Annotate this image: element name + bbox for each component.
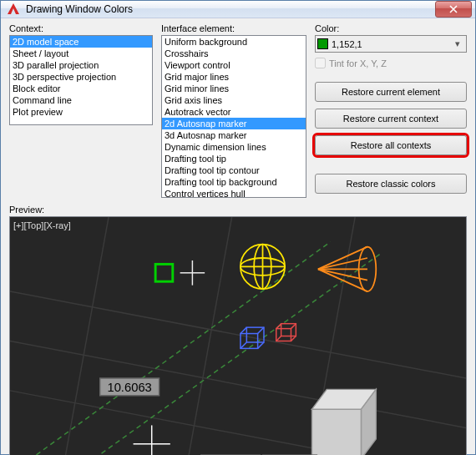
tint-row: Tint for X, Y, Z [315, 58, 467, 68]
interface-item[interactable]: Grid axis lines [162, 94, 306, 106]
interface-item[interactable]: Uniform background [162, 36, 306, 48]
interface-listbox[interactable]: Uniform backgroundCrosshairsViewport con… [161, 35, 306, 198]
svg-rect-0 [10, 217, 466, 455]
context-item[interactable]: 2D model space [10, 36, 152, 48]
preview-area: [+][Top][X-ray] [9, 216, 467, 455]
color-dropdown[interactable]: 1,152,1 ▾ [315, 35, 467, 53]
interface-item[interactable]: Grid major lines [162, 71, 306, 83]
color-value: 1,152,1 [332, 39, 451, 49]
interface-item[interactable]: 2d Autosnap marker [162, 118, 306, 129]
context-listbox[interactable]: 2D model spaceSheet / layout3D parallel … [9, 35, 153, 125]
restore-all-contexts-button[interactable]: Restore all contexts [315, 135, 467, 155]
interface-item[interactable]: 3d Autosnap marker [162, 129, 306, 141]
dialog-content: Context: 2D model spaceSheet / layout3D … [1, 18, 475, 455]
interface-item[interactable]: Grid minor lines [162, 83, 306, 94]
titlebar[interactable]: Drawing Window Colors [1, 1, 475, 18]
restore-classic-colors-button[interactable]: Restore classic colors [315, 174, 467, 194]
interface-item[interactable]: Control vertices hull [162, 188, 306, 198]
restore-context-button[interactable]: Restore current context [315, 109, 467, 129]
interface-item[interactable]: Autotrack vector [162, 106, 306, 118]
context-item[interactable]: 3D perspective projection [10, 71, 152, 83]
interface-item[interactable]: Crosshairs [162, 48, 306, 59]
interface-item[interactable]: Dynamic dimension lines [162, 141, 306, 153]
context-item[interactable]: Sheet / layout [10, 48, 152, 59]
context-item[interactable]: Plot preview [10, 106, 152, 118]
context-item[interactable]: Block editor [10, 83, 152, 94]
context-label: Context: [9, 23, 153, 33]
interface-label: Interface element: [161, 23, 306, 33]
interface-item[interactable]: Viewport control [162, 59, 306, 71]
app-logo-icon [6, 2, 21, 17]
window-title: Drawing Window Colors [26, 3, 435, 15]
preview-canvas: 10.6063 28.2280 6.0884 [10, 217, 466, 455]
color-label: Color: [315, 23, 467, 33]
dialog-window: Drawing Window Colors Context: 2D model … [0, 0, 476, 455]
color-swatch-icon [317, 38, 328, 49]
tooltip-1: 10.6063 [107, 381, 151, 394]
viewport-control-label[interactable]: [+][Top][X-ray] [13, 220, 71, 230]
tint-label: Tint for X, Y, Z [329, 58, 387, 68]
restore-element-button[interactable]: Restore current element [315, 82, 467, 102]
preview-label: Preview: [9, 205, 467, 215]
chevron-down-icon: ▾ [451, 38, 464, 49]
tint-checkbox [315, 58, 326, 68]
close-button[interactable] [435, 1, 472, 18]
interface-item[interactable]: Drafting tool tip background [162, 176, 306, 188]
context-item[interactable]: Command line [10, 94, 152, 106]
interface-item[interactable]: Drafting tool tip contour [162, 164, 306, 176]
interface-item[interactable]: Drafting tool tip [162, 153, 306, 164]
svg-marker-37 [312, 409, 362, 455]
context-item[interactable]: 3D parallel projection [10, 59, 152, 71]
